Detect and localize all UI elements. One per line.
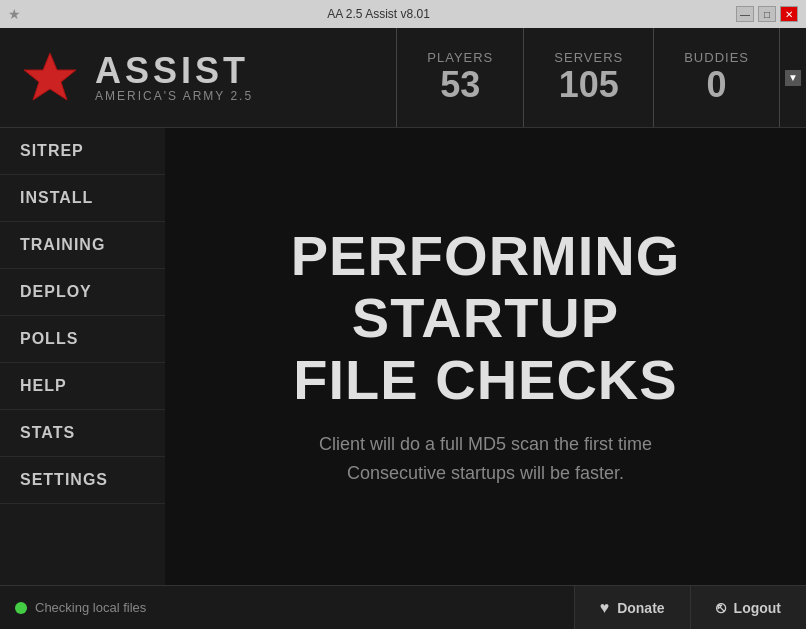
heading-line1: PERFORMING STARTUP xyxy=(185,225,786,348)
donate-label: Donate xyxy=(617,600,664,616)
stats-area: Players 53 Servers 105 Buddies 0 xyxy=(396,28,780,127)
sidebar-item-stats[interactable]: STATS xyxy=(0,410,165,457)
window-title: AA 2.5 Assist v8.01 xyxy=(21,7,736,21)
title-bar: ★ AA 2.5 Assist v8.01 — □ ✕ xyxy=(0,0,806,28)
close-button[interactable]: ✕ xyxy=(780,6,798,22)
sidebar-item-deploy[interactable]: DEPLOY xyxy=(0,269,165,316)
players-stat: Players 53 xyxy=(397,28,524,127)
subtext-line2: Consecutive startups will be faster. xyxy=(319,459,652,488)
svg-marker-0 xyxy=(24,53,76,100)
sidebar-item-polls[interactable]: POLLS xyxy=(0,316,165,363)
donate-button[interactable]: ♥ Donate xyxy=(574,586,690,629)
main-area: SITREP INSTALL TRAINING DEPLOY POLLS HEL… xyxy=(0,128,806,585)
dropdown-arrow-icon[interactable]: ▼ xyxy=(785,70,801,86)
content-heading: PERFORMING STARTUP FILE CHECKS xyxy=(185,225,786,410)
logout-icon: ⎋ xyxy=(716,599,726,617)
logo-star-icon xyxy=(20,48,80,108)
servers-value: 105 xyxy=(559,65,619,105)
servers-label: Servers xyxy=(554,50,623,65)
subtext-line1: Client will do a full MD5 scan the first… xyxy=(319,430,652,459)
window-controls: — □ ✕ xyxy=(736,6,798,22)
content-area: PERFORMING STARTUP FILE CHECKS Client wi… xyxy=(165,128,806,585)
logo-text: ASSIST AMERICA'S ARMY 2.5 xyxy=(95,53,253,103)
servers-stat: Servers 105 xyxy=(524,28,654,127)
header: ASSIST AMERICA'S ARMY 2.5 Players 53 Ser… xyxy=(0,28,806,128)
footer-buttons: ♥ Donate ⎋ Logout xyxy=(574,586,806,629)
players-value: 53 xyxy=(440,65,480,105)
content-subtext: Client will do a full MD5 scan the first… xyxy=(319,430,652,488)
sidebar-item-install[interactable]: INSTALL xyxy=(0,175,165,222)
heading-line2: FILE CHECKS xyxy=(185,349,786,411)
status-dot-icon xyxy=(15,602,27,614)
buddies-value: 0 xyxy=(707,65,727,105)
footer-status: Checking local files xyxy=(0,600,574,615)
sidebar-item-help[interactable]: HELP xyxy=(0,363,165,410)
maximize-button[interactable]: □ xyxy=(758,6,776,22)
buddies-stat: Buddies 0 xyxy=(654,28,780,127)
header-dropdown[interactable]: ▼ xyxy=(780,65,806,91)
logo-subtitle: AMERICA'S ARMY 2.5 xyxy=(95,89,253,103)
heart-icon: ♥ xyxy=(600,599,610,617)
app-star-icon: ★ xyxy=(8,6,21,22)
logo-title: ASSIST xyxy=(95,53,253,89)
sidebar-item-training[interactable]: TRAINING xyxy=(0,222,165,269)
logo-area: ASSIST AMERICA'S ARMY 2.5 xyxy=(0,48,396,108)
logout-label: Logout xyxy=(734,600,781,616)
sidebar-item-sitrep[interactable]: SITREP xyxy=(0,128,165,175)
sidebar: SITREP INSTALL TRAINING DEPLOY POLLS HEL… xyxy=(0,128,165,585)
players-label: Players xyxy=(427,50,493,65)
footer: Checking local files ♥ Donate ⎋ Logout xyxy=(0,585,806,629)
buddies-label: Buddies xyxy=(684,50,749,65)
minimize-button[interactable]: — xyxy=(736,6,754,22)
status-text: Checking local files xyxy=(35,600,146,615)
logout-button[interactable]: ⎋ Logout xyxy=(690,586,806,629)
sidebar-item-settings[interactable]: SETTINGS xyxy=(0,457,165,504)
